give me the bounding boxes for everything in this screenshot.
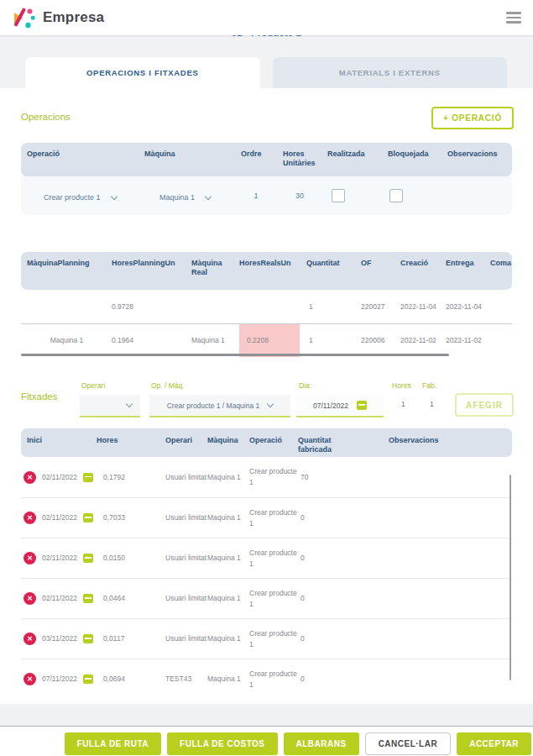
dia-date-input[interactable]: 07/11/2022 — [296, 395, 384, 417]
col-header-operacio: Operació — [249, 436, 298, 457]
ordre-value: 1 — [241, 192, 271, 200]
operacio-select[interactable]: Crear producte 1 — [44, 193, 117, 202]
operacio-value: Crear producte 1 — [249, 628, 298, 650]
maquina-select[interactable]: Maquina 1 — [159, 193, 211, 202]
operacio-value: Crear producte 1 — [249, 588, 298, 610]
operari-value: Usuari limitat — [165, 633, 207, 644]
maquina-real-value: Maquina 1 — [191, 335, 239, 346]
add-operacio-button[interactable]: + OPERACIÓ — [431, 107, 514, 129]
creacio-value: 2022-11-02 — [400, 335, 446, 346]
operacio-value: Crear producte 1 — [249, 669, 298, 690]
delete-row-icon[interactable]: ✕ — [24, 471, 36, 484]
chevron-down-icon — [205, 192, 212, 199]
inici-value: 02/11/2022 — [42, 472, 77, 483]
opmaq-select[interactable]: Crear producte 1 / Maquina 1 — [149, 395, 290, 417]
hores-unitaries-value: 30 — [283, 192, 316, 200]
fitxada-row: ✕ 02/11/2022 0,0464 Usuari limitat Maqui… — [21, 578, 512, 618]
footer-action-bar: FULLA DE RUTA FULLA DE COSTOS ALBARANS C… — [0, 726, 533, 756]
chevron-down-icon — [126, 401, 133, 407]
horizontal-scrollbar[interactable] — [21, 354, 449, 356]
maquina-value: Maquina 1 — [207, 593, 249, 604]
realitzada-checkbox[interactable] — [332, 189, 345, 202]
planning-table: MàquinaPlanning HoresPlanningUn Màquina … — [21, 252, 512, 357]
col-header-maquina-real: Màquina Real — [191, 259, 239, 290]
fulla-de-ruta-button[interactable]: FULLA DE RUTA — [65, 732, 161, 755]
calendar-icon[interactable] — [357, 401, 367, 410]
hores-value: 0,0464 — [97, 593, 165, 604]
operari-value: Usuari limitat — [165, 512, 207, 523]
hores-value: 0,0694 — [97, 674, 165, 685]
operari-select[interactable] — [80, 395, 140, 417]
calendar-icon[interactable] — [83, 634, 93, 643]
dia-label: Dia: — [299, 381, 311, 390]
fitxada-row: ✕ 02/11/2022 0,0150 Usuari limitat Maqui… — [21, 538, 512, 578]
col-header-ordre: Ordre — [241, 150, 283, 176]
tab-materials-i-externs[interactable]: MATERIALS I EXTERNS — [273, 57, 508, 88]
col-header-inici: Inici — [27, 436, 97, 457]
inici-value: 07/11/2022 — [42, 674, 77, 685]
col-header-maquina: Màquina — [144, 150, 241, 176]
operacio-value: Crear producte 1 — [249, 466, 298, 488]
calendar-icon[interactable] — [83, 513, 93, 522]
menu-icon[interactable] — [506, 12, 521, 24]
hores-reals-value: 0.2208 — [247, 335, 274, 346]
operari-value: Usuari limitat — [165, 553, 207, 564]
maquina-planning-value: Maquina 1 — [27, 335, 112, 346]
delete-row-icon[interactable]: ✕ — [24, 633, 36, 645]
col-header-maquina-planning: MàquinaPlanning — [27, 259, 112, 290]
cancel-button[interactable]: CANCEL·LAR — [365, 732, 452, 755]
bottom-gap — [0, 704, 533, 726]
acceptar-button[interactable]: ACCEPTAR — [457, 732, 531, 755]
operari-value: TEST43 — [165, 674, 207, 685]
col-header-hores-reals-un: HoresRealsUn — [239, 259, 306, 290]
delete-row-icon[interactable]: ✕ — [24, 673, 36, 685]
operacions-table: Operació Màquina Ordre Hores Unitàries R… — [21, 143, 512, 215]
col-header-hores-unitaries: Hores Unitàries — [283, 150, 327, 176]
delete-row-icon[interactable]: ✕ — [24, 512, 36, 524]
vertical-scrollbar[interactable] — [509, 475, 511, 680]
fulla-de-costos-button[interactable]: FULLA DE COSTOS — [167, 732, 277, 755]
fab-input[interactable]: 1 — [430, 400, 434, 408]
operacio-select-value: Crear producte 1 — [44, 193, 101, 202]
tab-operacions-i-fitxades[interactable]: OPERACIONS I FITXADES — [25, 57, 260, 88]
calendar-icon[interactable] — [83, 675, 93, 684]
calendar-icon[interactable] — [83, 473, 93, 482]
delete-row-icon[interactable]: ✕ — [24, 552, 36, 564]
col-header-hores: Hores — [97, 436, 165, 457]
inici-value: 02/11/2022 — [42, 512, 77, 523]
hores-input[interactable]: 1 — [401, 400, 405, 408]
operacions-row: Crear producte 1 Maquina 1 1 30 — [21, 176, 512, 215]
brand-logo[interactable]: Empresa — [12, 5, 104, 30]
maquina-value: Maquina 1 — [207, 472, 249, 483]
fab-label: Fab. — [422, 381, 436, 390]
operacions-section-title: Operacions — [21, 112, 71, 122]
bloquejada-checkbox[interactable] — [389, 189, 403, 202]
calendar-icon[interactable] — [83, 554, 93, 563]
inici-value: 02/11/2022 — [42, 553, 77, 564]
hores-label: Hores — [392, 381, 411, 390]
of-value: 220027 — [361, 302, 400, 312]
hores-value: 0,0117 — [97, 633, 165, 644]
operari-label: Operari — [81, 381, 105, 390]
planning-row: Maquina 1 0.1964 Maquina 1 0.2208 1 2200… — [21, 323, 512, 357]
afegir-button[interactable]: AFEGIR — [455, 393, 514, 417]
fitxada-row: ✕ 02/11/2022 0,7033 Usuari limitat Maqui… — [21, 497, 512, 538]
fitxada-row: ✕ 07/11/2022 0,0694 TEST43 Maquina 1 Cre… — [21, 659, 512, 699]
quantitat-value: 0 — [298, 593, 389, 604]
quantitat-value: 0 — [298, 512, 389, 523]
hores-reals-highlighted-cell: 0.2208 — [239, 324, 300, 357]
entrega-value: 2022-11-04 — [446, 302, 490, 312]
col-header-quantitat: Quantitat — [306, 259, 361, 290]
hores-value: 0,0150 — [97, 553, 165, 564]
main-content: Operacions + OPERACIÓ Operació Màquina O… — [0, 88, 533, 704]
hores-value: 0,1792 — [97, 472, 165, 483]
maquina-value: Maquina 1 — [207, 674, 249, 685]
col-header-operacio: Operació — [27, 150, 144, 176]
hores-value: 0,7033 — [97, 512, 165, 523]
inici-value: 03/11/2022 — [42, 633, 77, 644]
calendar-icon[interactable] — [83, 594, 93, 603]
operacions-table-header: Operació Màquina Ordre Hores Unitàries R… — [21, 143, 512, 176]
tab-bar: OPERACIONS I FITXADES MATERIALS I EXTERN… — [25, 57, 507, 88]
delete-row-icon[interactable]: ✕ — [24, 592, 36, 605]
albarans-button[interactable]: ALBARANS — [284, 732, 359, 755]
